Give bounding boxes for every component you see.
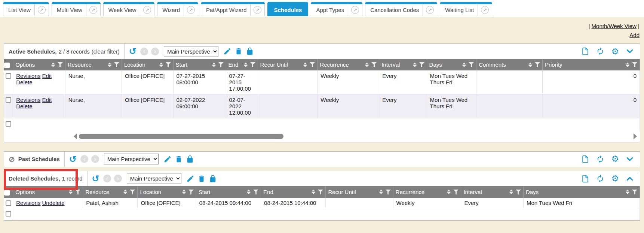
perspective-select[interactable]: Main Perspective	[104, 154, 159, 164]
row-checkbox[interactable]	[6, 121, 11, 127]
sort-icon[interactable]	[626, 63, 629, 67]
expand-chevron-down-icon[interactable]	[626, 155, 634, 163]
sort-icon[interactable]	[212, 63, 216, 67]
edit-pencil-icon[interactable]	[163, 155, 172, 163]
new-document-icon[interactable]	[581, 175, 589, 183]
row-checkbox[interactable]	[6, 73, 11, 79]
filter-icon[interactable]	[253, 190, 258, 194]
sort-icon[interactable]	[108, 63, 111, 67]
horizontal-scrollbar[interactable]	[4, 131, 640, 142]
prev-perspective-button[interactable]: ‹	[80, 155, 88, 163]
undelete-link[interactable]: Undelete	[42, 200, 64, 206]
scrollbar-track[interactable]	[79, 134, 632, 139]
sort-icon[interactable]	[123, 190, 127, 194]
column-header-interval[interactable]: Interval	[379, 59, 427, 70]
column-header-recurrence[interactable]: Recurrence	[393, 186, 461, 198]
column-header-resource[interactable]: Resource	[65, 59, 122, 70]
perspective-select[interactable]: Main Perspective	[127, 173, 181, 184]
tab-multi-view[interactable]: Multi View↗	[52, 2, 101, 16]
popout-arrow-icon[interactable]: ↗	[481, 6, 489, 14]
sort-icon[interactable]	[447, 190, 451, 194]
filter-icon[interactable]	[535, 62, 540, 67]
sort-icon[interactable]	[244, 63, 248, 67]
perspective-select[interactable]: Main Perspective	[164, 46, 218, 57]
sort-icon[interactable]	[365, 63, 369, 67]
select-all-checkbox[interactable]	[4, 63, 10, 68]
column-header-location[interactable]: Location	[122, 59, 173, 70]
filter-icon[interactable]	[632, 62, 637, 67]
refresh-icon[interactable]	[596, 47, 604, 55]
tab-appt-types[interactable]: Appt Types↗	[311, 2, 362, 16]
column-header-priority[interactable]: Priority	[542, 59, 640, 70]
popout-arrow-icon[interactable]: ↗	[187, 6, 195, 14]
filter-icon[interactable]	[130, 190, 135, 194]
lock-icon[interactable]	[246, 47, 254, 55]
column-header-end[interactable]: End	[261, 186, 326, 198]
delete-link[interactable]: Delete	[16, 103, 32, 109]
column-header-location[interactable]: Location	[138, 186, 196, 198]
lock-icon[interactable]	[186, 155, 194, 163]
trash-icon[interactable]	[197, 175, 206, 183]
filter-icon[interactable]	[632, 190, 637, 194]
filter-icon[interactable]	[188, 190, 194, 194]
prev-perspective-button[interactable]: ‹	[140, 48, 148, 55]
row-checkbox[interactable]	[6, 211, 11, 217]
tab-cancellation-codes[interactable]: Cancellation Codes↗	[365, 2, 437, 16]
delete-link[interactable]: Delete	[16, 79, 32, 85]
scroll-right-arrow[interactable]	[634, 133, 637, 139]
collapse-chevron-up-icon[interactable]	[626, 175, 634, 183]
sort-icon[interactable]	[413, 63, 417, 67]
edit-pencil-icon[interactable]	[186, 175, 194, 183]
filter-icon[interactable]	[386, 190, 391, 194]
trash-icon[interactable]	[234, 47, 243, 55]
trash-icon[interactable]	[175, 155, 183, 163]
filter-icon[interactable]	[166, 62, 171, 67]
sort-icon[interactable]	[159, 63, 163, 67]
sort-icon[interactable]	[51, 63, 55, 67]
revisions-link[interactable]: Revisions	[16, 97, 40, 103]
column-header-end[interactable]: End	[226, 59, 258, 70]
filter-icon[interactable]	[58, 62, 63, 67]
tab-schedules[interactable]: Schedules	[267, 2, 308, 16]
add-link[interactable]: Add	[629, 32, 640, 38]
sort-icon[interactable]	[528, 63, 532, 67]
filter-icon[interactable]	[469, 62, 474, 67]
gear-icon[interactable]: ⚙	[611, 47, 619, 56]
popout-arrow-icon[interactable]: ↗	[426, 6, 434, 14]
edit-pencil-icon[interactable]	[223, 47, 231, 55]
column-header-days[interactable]: Days	[523, 186, 640, 198]
tab-waiting-list[interactable]: Waiting List↗	[440, 2, 492, 16]
popout-arrow-icon[interactable]: ↗	[89, 6, 97, 14]
popout-arrow-icon[interactable]: ↗	[38, 6, 46, 14]
sort-icon[interactable]	[462, 63, 466, 67]
filter-icon[interactable]	[371, 62, 377, 67]
edit-link[interactable]: Edit	[42, 73, 52, 79]
row-checkbox[interactable]	[6, 97, 11, 103]
undo-icon[interactable]: ↺	[92, 174, 99, 183]
new-document-icon[interactable]	[581, 155, 589, 163]
column-header-recurrence[interactable]: Recurrence	[318, 59, 379, 70]
column-header-start[interactable]: Start	[196, 186, 261, 198]
month-week-view-link[interactable]: Month/Week View	[592, 23, 637, 29]
sort-icon[interactable]	[69, 190, 73, 194]
undo-icon[interactable]: ↺	[129, 47, 137, 56]
popout-arrow-icon[interactable]: ↗	[351, 6, 359, 14]
refresh-icon[interactable]	[596, 175, 604, 183]
clear-filter-link[interactable]: (clear filter)	[92, 48, 120, 55]
sort-icon[interactable]	[247, 190, 251, 194]
column-header-days[interactable]: Days	[427, 59, 476, 70]
scrollbar-thumb[interactable]	[79, 134, 283, 139]
sort-icon[interactable]	[182, 190, 186, 194]
gear-icon[interactable]: ⚙	[611, 174, 619, 183]
column-header-start[interactable]: Start	[173, 59, 226, 70]
next-perspective-button[interactable]: ›	[91, 155, 99, 163]
sort-icon[interactable]	[379, 190, 383, 194]
sort-icon[interactable]	[626, 190, 629, 194]
next-perspective-button[interactable]: ›	[114, 175, 122, 182]
edit-link[interactable]: Edit	[42, 97, 52, 103]
filter-icon[interactable]	[419, 62, 424, 67]
column-header-recur-until[interactable]: Recur Until	[326, 186, 393, 198]
select-all-checkbox[interactable]	[4, 190, 10, 196]
tab-week-view[interactable]: Week View↗	[103, 2, 154, 16]
collapse-chevron-down-icon[interactable]	[626, 47, 634, 55]
